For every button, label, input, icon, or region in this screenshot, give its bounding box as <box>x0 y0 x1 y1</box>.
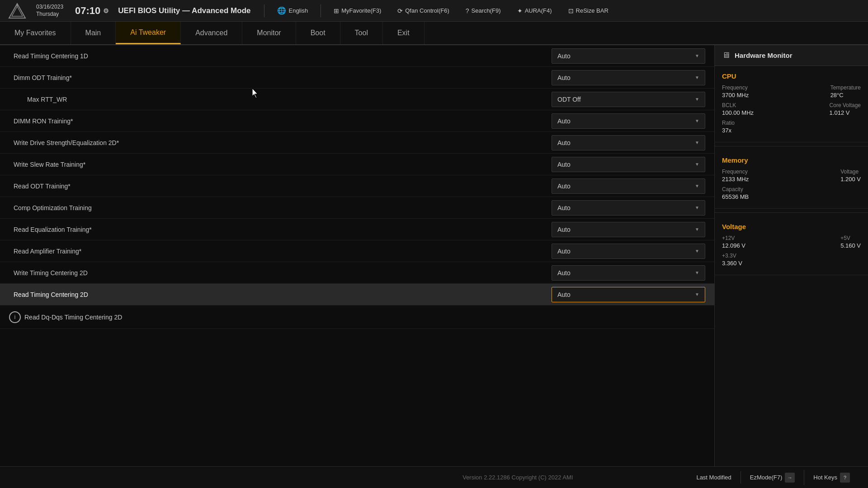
hw-label: Frequency <box>722 169 749 175</box>
search-btn[interactable]: ? Search(F9) <box>462 6 505 16</box>
table-row: Max RTT_WR ODT Off ▼ <box>0 89 714 110</box>
row-value: Auto ▼ <box>552 287 705 302</box>
dropdown-dimm-odt[interactable]: Auto ▼ <box>552 70 705 85</box>
table-row: Read Amplifier Training* Auto ▼ <box>0 240 714 262</box>
hw-value: 2133 MHz <box>722 176 749 183</box>
svg-marker-1 <box>12 6 23 16</box>
separator <box>264 5 264 17</box>
row-label: Comp Optimization Training <box>9 204 552 211</box>
row-label: DIMM RON Training* <box>9 117 552 125</box>
hw-label: Temperature <box>830 84 861 91</box>
nav-boot[interactable]: Boot <box>296 22 340 44</box>
last-modified-btn[interactable]: Last Modified <box>687 471 741 483</box>
language-btn[interactable]: 🌐 English <box>274 5 311 16</box>
row-label: Write Slew Rate Training* <box>9 161 552 168</box>
divider <box>715 146 868 146</box>
row-label: Read ODT Training* <box>9 183 552 190</box>
dropdown-write-timing-2d[interactable]: Auto ▼ <box>552 265 705 281</box>
dropdown-max-rtt[interactable]: ODT Off ▼ <box>552 92 705 107</box>
bios-title: UEFI BIOS Utility — Advanced Mode <box>118 6 250 15</box>
row-label: Read Timing Centering 1D <box>9 52 552 60</box>
hw-col: Core Voltage 1.012 V <box>830 102 861 116</box>
chevron-down-icon: ▼ <box>695 270 699 275</box>
hw-value: 3700 MHz <box>722 92 749 99</box>
chevron-down-icon: ▼ <box>695 118 699 123</box>
table-row: Read Equalization Training* Auto ▼ <box>0 219 714 240</box>
asus-logo <box>7 2 27 19</box>
dropdown-write-drive[interactable]: Auto ▼ <box>552 135 705 150</box>
hot-keys-icon: ? <box>840 473 850 483</box>
dropdown-read-timing-2d[interactable]: Auto ▼ <box>552 287 705 302</box>
table-row: Write Slew Rate Training* Auto ▼ <box>0 154 714 175</box>
cpu-section-title: CPU <box>722 72 861 80</box>
dropdown-read-timing-1d[interactable]: Auto ▼ <box>552 48 705 64</box>
dropdown-read-odt[interactable]: Auto ▼ <box>552 178 705 194</box>
aura-btn[interactable]: ✦ AURA(F4) <box>514 6 556 16</box>
ez-mode-btn[interactable]: EzMode(F7) → <box>741 470 805 485</box>
search-icon: ? <box>466 7 469 14</box>
hw-row: Frequency 2133 MHz Voltage 1.200 V <box>722 169 861 183</box>
hw-monitor-title: Hardware Monitor <box>735 52 793 59</box>
chevron-down-icon: ▼ <box>695 183 699 188</box>
dropdown-read-eq[interactable]: Auto ▼ <box>552 222 705 237</box>
table-row: Read Timing Centering 1D Auto ▼ <box>0 45 714 67</box>
hw-value: 3.360 V <box>722 260 742 267</box>
nav-bar: My Favorites Main Ai Tweaker Advanced Mo… <box>0 22 868 45</box>
row-value: Auto ▼ <box>552 135 705 150</box>
chevron-down-icon: ▼ <box>695 292 699 297</box>
hot-keys-btn[interactable]: Hot Keys ? <box>804 470 859 485</box>
hw-value: 12.096 V <box>722 242 745 249</box>
nav-monitor[interactable]: Monitor <box>242 22 296 44</box>
row-value: ODT Off ▼ <box>552 92 705 107</box>
row-label: Read Equalization Training* <box>9 226 552 233</box>
row-label: Write Drive Strength/Equalization 2D* <box>9 139 552 146</box>
my-favorite-btn[interactable]: ⊞ MyFavorite(F3) <box>330 6 385 16</box>
ez-mode-label: EzMode(F7) <box>750 474 783 481</box>
row-value: Auto ▼ <box>552 222 705 237</box>
datetime-display: 03/16/2023 Thursday <box>36 4 63 18</box>
qfan-btn[interactable]: ⟳ Qfan Control(F6) <box>394 6 453 16</box>
info-row: i Read Dq-Dqs Timing Centering 2D <box>0 305 714 329</box>
nav-tool[interactable]: Tool <box>340 22 383 44</box>
nav-advanced[interactable]: Advanced <box>181 22 242 44</box>
nav-ai-tweaker[interactable]: Ai Tweaker <box>116 22 181 44</box>
chevron-down-icon: ▼ <box>695 249 699 253</box>
hw-col: Frequency 3700 MHz <box>722 84 749 99</box>
dropdown-write-slew[interactable]: Auto ▼ <box>552 157 705 172</box>
chevron-down-icon: ▼ <box>695 75 699 80</box>
memory-section: Memory Frequency 2133 MHz Voltage 1.200 … <box>715 150 868 209</box>
globe-icon: 🌐 <box>277 6 286 15</box>
hw-value: 1.200 V <box>840 176 861 183</box>
resize-bar-btn[interactable]: ⊡ ReSize BAR <box>565 6 612 16</box>
table-row[interactable]: Read Timing Centering 2D Auto ▼ <box>0 284 714 305</box>
nav-my-favorites[interactable]: My Favorites <box>0 22 71 44</box>
hw-label: +5V <box>840 235 861 241</box>
dropdown-comp-opt[interactable]: Auto ▼ <box>552 200 705 216</box>
hw-row: +12V 12.096 V +5V 5.160 V <box>722 235 861 249</box>
separator <box>321 5 321 17</box>
resize-icon: ⊡ <box>568 7 574 14</box>
time-display: 07:10 ⚙ <box>75 5 109 17</box>
chevron-down-icon: ▼ <box>695 205 699 210</box>
nav-exit[interactable]: Exit <box>383 22 425 44</box>
top-bar: 03/16/2023 Thursday 07:10 ⚙ UEFI BIOS Ut… <box>0 0 868 22</box>
row-value: Auto ▼ <box>552 48 705 64</box>
hw-col: +5V 5.160 V <box>840 235 861 249</box>
dropdown-dimm-ron[interactable]: Auto ▼ <box>552 113 705 129</box>
hw-monitor-header: 🖥 Hardware Monitor <box>715 45 868 66</box>
hw-value: 1.012 V <box>830 109 861 116</box>
hw-label: Voltage <box>840 169 861 175</box>
row-label: Read Dq-Dqs Timing Centering 2D <box>24 314 122 321</box>
aura-icon: ✦ <box>517 7 523 14</box>
settings-gear-icon[interactable]: ⚙ <box>103 7 109 14</box>
row-value: Auto ▼ <box>552 113 705 129</box>
table-row: Dimm ODT Training* Auto ▼ <box>0 67 714 89</box>
hw-row: Frequency 3700 MHz Temperature 28°C <box>722 84 861 99</box>
dropdown-read-amp[interactable]: Auto ▼ <box>552 244 705 259</box>
row-label: Dimm ODT Training* <box>9 74 552 81</box>
monitor-icon: 🖥 <box>722 51 730 60</box>
hw-row: Ratio 37x <box>722 120 861 134</box>
nav-main[interactable]: Main <box>71 22 116 44</box>
content-area: Read Timing Centering 1D Auto ▼ Dimm ODT… <box>0 45 714 466</box>
voltage-section-title: Voltage <box>722 223 861 230</box>
